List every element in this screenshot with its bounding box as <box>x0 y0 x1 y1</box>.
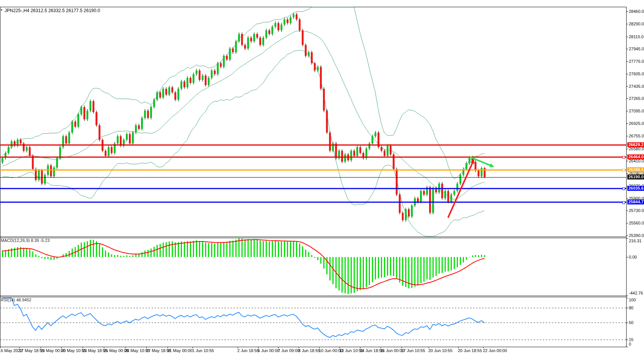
price-tick-label: 27095.0 <box>629 109 644 113</box>
time-axis-label: 20 Jun 18:55 <box>458 348 482 353</box>
price-tick-label: 28460.0 <box>629 9 644 14</box>
line-handle[interactable] <box>622 201 625 204</box>
price-tick-label: 27775.0 <box>629 59 644 64</box>
price-line-tag: 26035.6 <box>627 186 644 191</box>
macd-indicator-label: MACD(12,26,9) 8.39 -5.23 <box>1 238 50 243</box>
rsi-tick-label: 15 <box>629 337 633 342</box>
time-axis-label: 6 Jun 00:00 <box>258 348 280 353</box>
line-handle[interactable] <box>622 169 625 171</box>
time-axis-label: 8 Jun 18:55 <box>298 348 320 353</box>
price-tick-label: 28290.0 <box>629 22 644 26</box>
price-tick-label: 27945.0 <box>629 47 644 51</box>
mt4-window: 新订单自动交易▾▾▾EFAT▾M1M5M15M30H1H4D1W1MN 1 ▾ … <box>0 0 644 357</box>
time-axis-label: 2 Jun 18:55 <box>237 348 259 353</box>
rsi-tick-label: 100 <box>629 298 636 302</box>
price-tick-label: 26410.0 <box>629 159 644 163</box>
price-tick-label: 27435.0 <box>629 84 644 89</box>
rsi-tick-label: 80 <box>629 306 633 310</box>
price-line-tag: 26288.5 <box>627 167 644 172</box>
chart-canvas[interactable] <box>0 0 644 357</box>
price-line-tag: 26629.2 <box>627 142 644 147</box>
rsi-tick-label: 50 <box>629 320 633 325</box>
price-tick-label: 25560.0 <box>629 221 644 225</box>
line-handle[interactable] <box>622 187 625 190</box>
time-axis-label: 20 Jun 10:55 <box>428 348 453 353</box>
time-axis-label: 17 Jun 10:55 <box>401 348 425 353</box>
one-click-marker-icon[interactable]: ▾ <box>1 8 2 12</box>
price-tick-label: 27605.0 <box>629 72 644 76</box>
time-axis-label: 7 Jun 09:00 <box>278 348 300 353</box>
price-tick-label: 26755.0 <box>629 134 644 138</box>
price-tick-label: 27265.0 <box>629 96 644 101</box>
macd-tick-label: 0.00 <box>629 255 637 259</box>
price-tick-label: 26925.0 <box>629 121 644 126</box>
macd-tick-label: -442.76 <box>629 291 643 295</box>
time-axis-label: 1 Jun 10:55 <box>192 348 214 353</box>
price-tick-label: 28115.0 <box>629 34 644 39</box>
time-axis-label: 22 Jun 00:00 <box>483 348 507 353</box>
line-handle[interactable] <box>622 156 625 159</box>
rsi-tick-label: 0 <box>629 342 631 346</box>
price-line-tag: 25844.7 <box>627 200 644 204</box>
price-line-tag: 26190.0 <box>627 175 644 179</box>
rsi-indicator-label: RSI(14) 48.9452 <box>1 298 31 302</box>
chart-title: JPN225-,H4 26312.5 26332.5 26177.5 26190… <box>5 8 100 13</box>
price-tick-label: 25730.0 <box>629 208 644 213</box>
price-line-tag: 26464.0 <box>627 154 644 159</box>
price-tick-label: 25390.0 <box>629 233 644 238</box>
macd-tick-label: 216.31 <box>629 239 642 243</box>
time-axis-label: 31 May 00:00 <box>167 348 193 353</box>
